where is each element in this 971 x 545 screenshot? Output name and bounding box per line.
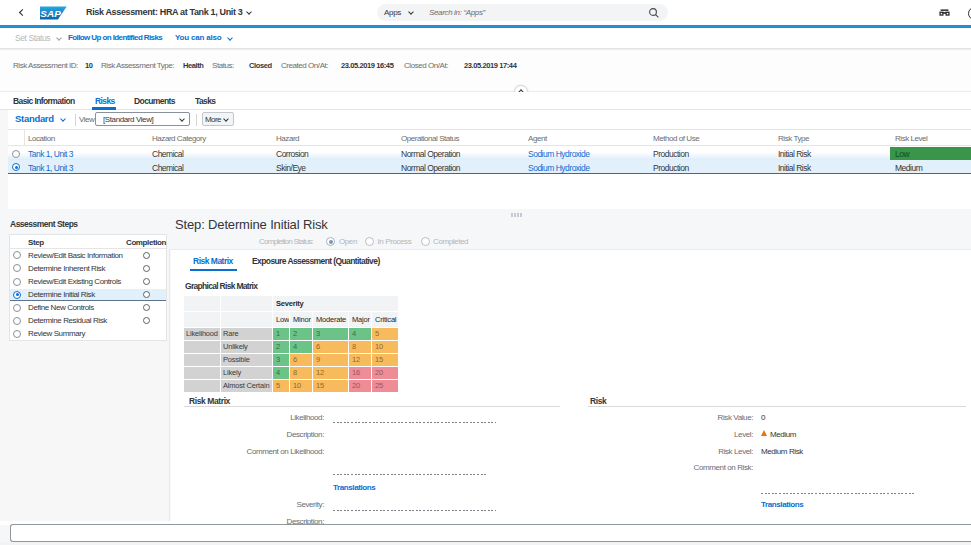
svg-text:SAP: SAP (40, 8, 61, 19)
